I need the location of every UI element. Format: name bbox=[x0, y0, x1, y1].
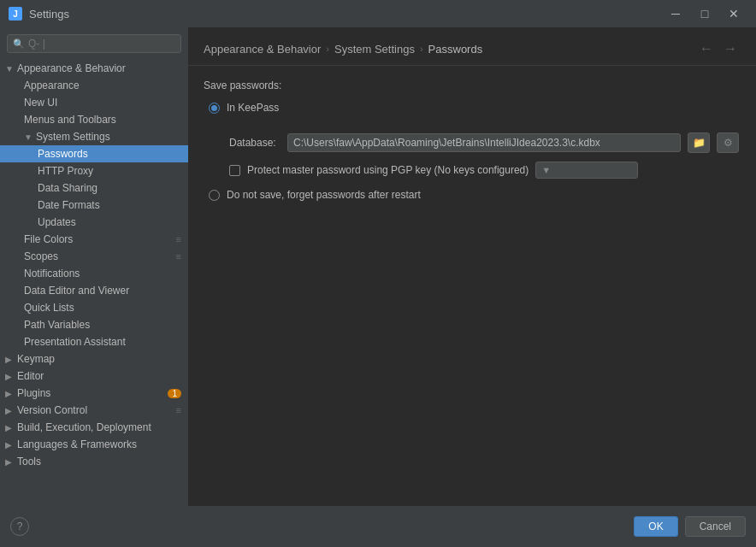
expand-icon-version-control: ▶ bbox=[5, 406, 14, 415]
ok-button[interactable]: OK bbox=[634, 516, 677, 537]
help-icon: ? bbox=[17, 521, 23, 532]
radio-keepass-button[interactable] bbox=[209, 103, 220, 114]
sidebar-item-menus-toolbars[interactable]: Menus and Toolbars bbox=[0, 111, 188, 128]
scopes-icon: ≡ bbox=[176, 251, 181, 262]
window-controls: ─ □ ✕ bbox=[662, 2, 747, 26]
expand-icon-build: ▶ bbox=[5, 423, 14, 432]
right-header: Appearance & Behavior › System Settings … bbox=[188, 27, 756, 66]
sidebar-item-quick-lists[interactable]: Quick Lists bbox=[0, 299, 188, 316]
sidebar-item-data-sharing[interactable]: Data Sharing bbox=[0, 179, 188, 197]
sidebar-item-build-execution[interactable]: ▶ Build, Execution, Deployment bbox=[0, 419, 188, 436]
sidebar-item-path-variables[interactable]: Path Variables bbox=[0, 316, 188, 333]
search-wrapper[interactable]: 🔍 bbox=[7, 34, 181, 53]
folder-icon: 📁 bbox=[693, 137, 706, 149]
file-colors-icon: ≡ bbox=[176, 234, 181, 244]
sidebar-label-tools: Tools bbox=[17, 456, 41, 468]
search-input[interactable] bbox=[28, 38, 175, 50]
sidebar-item-system-settings[interactable]: ▼ System Settings bbox=[0, 128, 188, 145]
action-buttons: OK Cancel bbox=[634, 516, 746, 537]
sidebar-label-system-settings: System Settings bbox=[36, 131, 110, 143]
sidebar-item-scopes[interactable]: Scopes ≡ bbox=[0, 248, 188, 265]
pgp-row: Protect master password using PGP key (N… bbox=[229, 162, 741, 179]
sidebar-item-appearance[interactable]: Appearance bbox=[0, 77, 188, 94]
sidebar-label-menus-toolbars: Menus and Toolbars bbox=[24, 114, 116, 126]
sidebar-item-plugins[interactable]: ▶ Plugins 1 bbox=[0, 385, 188, 402]
sidebar-item-date-formats[interactable]: Date Formats bbox=[0, 197, 188, 214]
help-button[interactable]: ? bbox=[10, 517, 29, 536]
sidebar-item-data-editor[interactable]: Data Editor and Viewer bbox=[0, 282, 188, 299]
sidebar-item-appearance-behavior[interactable]: ▼ Appearance & Behavior bbox=[0, 60, 188, 77]
radio-nosave-label: Do not save, forget passwords after rest… bbox=[227, 189, 421, 201]
forward-button[interactable]: → bbox=[720, 39, 741, 58]
breadcrumb-sep-1: › bbox=[326, 44, 329, 54]
minimize-button[interactable]: ─ bbox=[662, 2, 689, 26]
expand-icon-editor: ▶ bbox=[5, 372, 14, 381]
database-label: Database: bbox=[229, 137, 281, 149]
sidebar-label-date-formats: Date Formats bbox=[38, 199, 100, 211]
settings-button[interactable]: ⚙ bbox=[717, 132, 739, 153]
sidebar-label-http-proxy: HTTP Proxy bbox=[38, 165, 93, 177]
sidebar-label-version-control: Version Control bbox=[17, 404, 87, 416]
sidebar-label-appearance: Appearance bbox=[24, 79, 80, 91]
expand-icon-languages: ▶ bbox=[5, 440, 14, 450]
search-icon: 🔍 bbox=[13, 38, 25, 50]
sidebar-label-passwords: Passwords bbox=[38, 148, 88, 160]
sidebar-item-editor[interactable]: ▶ Editor bbox=[0, 368, 188, 385]
sidebar-label-data-sharing: Data Sharing bbox=[38, 182, 97, 194]
close-button[interactable]: ✕ bbox=[720, 2, 747, 26]
sidebar-item-languages-frameworks[interactable]: ▶ Languages & Frameworks bbox=[0, 436, 188, 453]
browse-button[interactable]: 📁 bbox=[688, 132, 710, 153]
sidebar-item-keymap[interactable]: ▶ Keymap bbox=[0, 350, 188, 368]
sidebar-item-presentation-assistant[interactable]: Presentation Assistant bbox=[0, 333, 188, 350]
back-button[interactable]: ← bbox=[696, 39, 717, 58]
sidebar-label-file-colors: File Colors bbox=[24, 233, 73, 245]
pgp-dropdown[interactable]: ▼ bbox=[535, 162, 638, 179]
pgp-dropdown-value: ▼ bbox=[541, 165, 551, 175]
sidebar-label-keymap: Keymap bbox=[17, 353, 55, 365]
radio-keepass-item[interactable]: In KeePass bbox=[209, 102, 741, 114]
sidebar-item-passwords[interactable]: Passwords bbox=[0, 145, 188, 162]
sidebar-item-version-control[interactable]: ▶ Version Control ≡ bbox=[0, 402, 188, 419]
window-title: Settings bbox=[29, 8, 69, 21]
sidebar-label-plugins: Plugins bbox=[17, 387, 50, 399]
cancel-button[interactable]: Cancel bbox=[685, 516, 746, 537]
sidebar-label-editor: Editor bbox=[17, 370, 44, 382]
sidebar-item-notifications[interactable]: Notifications bbox=[0, 265, 188, 282]
maximize-button[interactable]: □ bbox=[691, 2, 718, 26]
breadcrumb: Appearance & Behavior › System Settings … bbox=[204, 43, 482, 56]
bottom-bar: ? OK Cancel bbox=[0, 506, 756, 547]
expand-icon-keymap: ▶ bbox=[5, 355, 14, 364]
radio-keepass-label: In KeePass bbox=[227, 102, 279, 114]
sidebar-label-data-editor: Data Editor and Viewer bbox=[24, 285, 129, 297]
sidebar-item-file-colors[interactable]: File Colors ≡ bbox=[0, 231, 188, 248]
sidebar-label-quick-lists: Quick Lists bbox=[24, 302, 74, 314]
app-icon: J bbox=[9, 7, 22, 21]
sidebar-item-tools[interactable]: ▶ Tools bbox=[0, 453, 188, 470]
database-input[interactable] bbox=[287, 133, 681, 152]
pgp-checkbox[interactable] bbox=[229, 165, 240, 176]
breadcrumb-item-2: System Settings bbox=[334, 43, 415, 56]
sidebar-label-languages-frameworks: Languages & Frameworks bbox=[17, 438, 137, 450]
breadcrumb-item-1: Appearance & Behavior bbox=[204, 43, 321, 56]
pgp-label: Protect master password using PGP key (N… bbox=[247, 164, 529, 176]
breadcrumb-sep-2: › bbox=[420, 44, 423, 54]
save-passwords-label: Save passwords: bbox=[204, 79, 741, 91]
sidebar-label-new-ui: New UI bbox=[24, 97, 57, 109]
breadcrumb-item-3: Passwords bbox=[428, 43, 483, 56]
radio-nosave-button[interactable] bbox=[209, 190, 220, 201]
radio-group: In KeePass Database: 📁 ⚙ bbox=[209, 102, 741, 201]
expand-icon-tools: ▶ bbox=[5, 457, 14, 467]
plugins-badge: 1 bbox=[168, 389, 181, 398]
sidebar-tree: ▼ Appearance & Behavior Appearance New U… bbox=[0, 60, 188, 506]
sidebar-item-new-ui[interactable]: New UI bbox=[0, 94, 188, 111]
sidebar-item-updates[interactable]: Updates bbox=[0, 214, 188, 231]
radio-nosave-item[interactable]: Do not save, forget passwords after rest… bbox=[209, 189, 741, 201]
title-bar: J Settings ─ □ ✕ bbox=[0, 0, 756, 27]
sidebar-item-http-proxy[interactable]: HTTP Proxy bbox=[0, 162, 188, 179]
right-panel: Appearance & Behavior › System Settings … bbox=[188, 27, 756, 506]
right-content: Save passwords: In KeePass Database: 📁 bbox=[188, 66, 756, 506]
main-content: 🔍 ▼ Appearance & Behavior Appearance New… bbox=[0, 27, 756, 506]
sidebar-label-path-variables: Path Variables bbox=[24, 319, 90, 331]
gear-icon: ⚙ bbox=[724, 137, 733, 149]
sidebar-label-updates: Updates bbox=[38, 216, 76, 228]
